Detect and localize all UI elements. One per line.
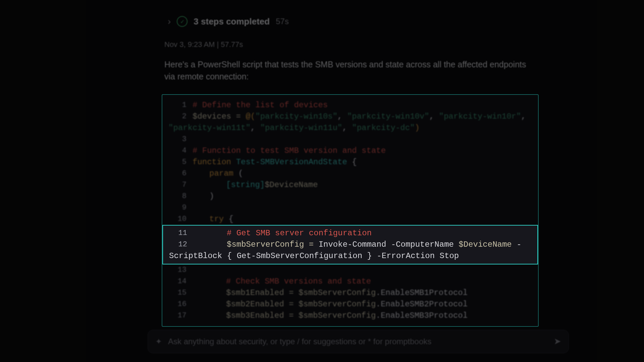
code-line: 3	[162, 134, 538, 145]
code-focus-region: 11# Get SMB server configuration 12$smbS…	[162, 225, 538, 264]
code-line: 17$smb3Enabled = $smbServerConfig.Enable…	[162, 310, 538, 321]
code-line: 5function Test-SMBVersionAndState {	[162, 157, 538, 168]
code-line: 6param (	[162, 168, 538, 179]
code-line: 9	[162, 202, 538, 214]
check-circle-icon: ✓	[177, 16, 187, 27]
code-line: 16$smb2Enabled = $smbServerConfig.Enable…	[162, 299, 538, 310]
code-block[interactable]: 1# Define the list of devices 2$devices …	[162, 94, 539, 327]
code-line: 4# Function to test SMB version and stat…	[162, 145, 538, 157]
response-timestamp: Nov 3, 9:23 AM | 57.77s	[164, 40, 547, 49]
code-line: 1# Define the list of devices	[162, 100, 538, 111]
code-line: 8)	[162, 191, 538, 202]
chevron-right-icon[interactable]: ›	[168, 17, 171, 26]
response-body: Here's a PowerShell script that tests th…	[164, 58, 530, 83]
chat-input-placeholder: Ask anything about security, or type / f…	[168, 337, 548, 346]
steps-summary[interactable]: › ✓ 3 steps completed 57s	[148, 0, 547, 40]
send-icon[interactable]: ➤	[554, 336, 561, 347]
code-line: ScriptBlock { Get-SmbServerConfiguration…	[163, 250, 537, 262]
code-line: 15$smb1Enabled = $smbServerConfig.Enable…	[162, 287, 538, 299]
code-line: 2$devices = @("parkcity-win10s", "parkci…	[162, 111, 538, 122]
code-line: 14# Check SMB versions and state	[162, 276, 538, 287]
steps-completed-label: 3 steps completed	[194, 16, 270, 27]
code-line: 10try {	[162, 214, 538, 225]
code-line: "parkcity-win11t", "parkcity-win11u", "p…	[162, 122, 538, 134]
code-line: 12$smbServerConfig = Invoke-Command -Com…	[163, 239, 537, 250]
code-line: 13	[162, 264, 538, 276]
sparkle-icon: ✦	[155, 337, 162, 346]
chat-input[interactable]: ✦ Ask anything about security, or type /…	[148, 330, 569, 353]
code-line: 11# Get SMB server configuration	[163, 228, 537, 239]
steps-elapsed: 57s	[276, 17, 289, 26]
code-line: 7[string]$DeviceName	[162, 179, 538, 191]
